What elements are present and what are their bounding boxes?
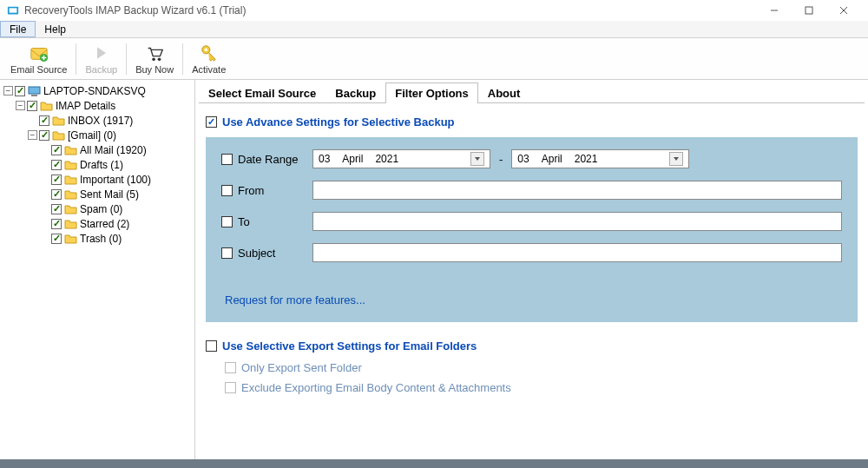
exclude-body-row: Exclude Exporting Email Body Content & A… bbox=[225, 381, 858, 394]
selective-export-checkbox[interactable] bbox=[206, 340, 217, 352]
subject-label: Subject bbox=[238, 247, 275, 260]
tree-gmail[interactable]: −[Gmail] (0) bbox=[2, 128, 193, 142]
tree-label: [Gmail] (0) bbox=[68, 129, 116, 142]
tab-about[interactable]: About bbox=[478, 82, 530, 103]
tab-filter-options[interactable]: Filter Options bbox=[385, 82, 478, 103]
from-checkbox[interactable] bbox=[221, 185, 233, 196]
date-day: 03 bbox=[319, 153, 330, 165]
toolbar-separator bbox=[76, 43, 76, 75]
selective-export-label: Use Selective Export Settings for Email … bbox=[222, 339, 477, 353]
date-range-label: Date Range bbox=[238, 153, 298, 166]
tree-label: Trash (0) bbox=[80, 233, 122, 245]
svg-rect-13 bbox=[31, 95, 37, 96]
tab-select-email-source[interactable]: Select Email Source bbox=[199, 82, 326, 103]
to-checkbox[interactable] bbox=[221, 216, 233, 227]
exclude-body-checkbox[interactable] bbox=[225, 382, 236, 393]
tab-backup[interactable]: Backup bbox=[326, 82, 385, 103]
dropdown-icon[interactable] bbox=[669, 152, 683, 166]
app-icon bbox=[7, 4, 19, 16]
svg-rect-1 bbox=[10, 8, 17, 12]
titlebar: RecoveryTools IMAP Backup Wizard v6.1 (T… bbox=[0, 0, 868, 21]
date-month: April bbox=[342, 153, 363, 165]
date-from-picker[interactable]: 03 April 2021 bbox=[312, 149, 490, 168]
tree-checkbox[interactable] bbox=[51, 219, 62, 229]
collapse-icon[interactable]: − bbox=[3, 86, 13, 96]
svg-rect-12 bbox=[29, 87, 40, 94]
only-sent-checkbox[interactable] bbox=[225, 362, 236, 373]
tree-inbox[interactable]: INBOX (1917) bbox=[2, 113, 193, 128]
minimize-button[interactable] bbox=[757, 0, 792, 21]
status-bar bbox=[0, 459, 868, 468]
date-day: 03 bbox=[517, 153, 529, 165]
tree-label: IMAP Details bbox=[56, 100, 115, 112]
tree-label: Important (100) bbox=[80, 174, 151, 186]
buy-now-button[interactable]: Buy Now bbox=[128, 42, 181, 76]
tree-label: Drafts (1) bbox=[80, 159, 123, 171]
folder-icon bbox=[40, 101, 53, 111]
tree-label: All Mail (1920) bbox=[80, 144, 147, 156]
tab-row: Select Email Source Backup Filter Option… bbox=[199, 82, 865, 103]
tree-spam[interactable]: Spam (0) bbox=[2, 201, 193, 216]
folder-icon bbox=[64, 160, 77, 170]
folder-icon bbox=[64, 145, 77, 155]
to-input[interactable] bbox=[312, 212, 842, 231]
date-range-checkbox[interactable] bbox=[221, 154, 233, 165]
tree-starred[interactable]: Starred (2) bbox=[2, 216, 193, 231]
tree-checkbox[interactable] bbox=[27, 101, 37, 111]
backup-icon bbox=[92, 43, 111, 63]
from-input[interactable] bbox=[312, 181, 842, 200]
date-to-picker[interactable]: 03 April 2021 bbox=[511, 149, 689, 168]
tree-checkbox[interactable] bbox=[51, 189, 62, 200]
maximize-button[interactable] bbox=[792, 0, 826, 21]
from-label: From bbox=[238, 184, 264, 197]
tree-checkbox[interactable] bbox=[51, 204, 62, 214]
request-features-link[interactable]: Request for more features... bbox=[225, 293, 842, 307]
menu-help[interactable]: Help bbox=[36, 21, 75, 37]
email-source-button[interactable]: Email Source bbox=[3, 42, 74, 76]
tree-sent-mail[interactable]: Sent Mail (5) bbox=[2, 187, 193, 201]
activate-button[interactable]: Activate bbox=[185, 42, 233, 76]
tree-checkbox[interactable] bbox=[39, 130, 49, 141]
tree-checkbox[interactable] bbox=[51, 145, 62, 155]
toolbar-separator bbox=[182, 43, 183, 75]
toolbar-separator bbox=[126, 43, 127, 75]
folder-icon bbox=[64, 189, 77, 200]
tree-important[interactable]: Important (100) bbox=[2, 172, 193, 187]
window-controls bbox=[757, 0, 861, 21]
tree-checkbox[interactable] bbox=[51, 175, 62, 185]
menubar: File Help bbox=[0, 21, 868, 38]
tree-label: Starred (2) bbox=[80, 218, 129, 230]
subject-input[interactable] bbox=[312, 243, 842, 262]
only-sent-row: Only Export Sent Folder bbox=[225, 361, 858, 374]
folder-icon bbox=[64, 175, 77, 185]
tab-body-filter-options: Use Advance Settings for Selective Backu… bbox=[199, 103, 865, 406]
advance-settings-checkbox[interactable] bbox=[206, 116, 217, 128]
tree-checkbox[interactable] bbox=[51, 234, 62, 244]
tree-trash[interactable]: Trash (0) bbox=[2, 231, 193, 246]
tree-imap-details[interactable]: − IMAP Details bbox=[2, 98, 193, 113]
tree-all-mail[interactable]: All Mail (1920) bbox=[2, 142, 193, 157]
collapse-icon[interactable]: − bbox=[16, 101, 25, 110]
svg-point-9 bbox=[158, 57, 161, 61]
tree-checkbox[interactable] bbox=[39, 115, 49, 126]
date-range-row: Date Range 03 April 2021 - 03 April 2021 bbox=[221, 149, 842, 168]
menu-file[interactable]: File bbox=[0, 21, 36, 37]
tree-checkbox[interactable] bbox=[15, 86, 25, 96]
backup-button[interactable]: Backup bbox=[78, 42, 124, 76]
tree-root[interactable]: − LAPTOP-SNDAKSVQ bbox=[2, 83, 193, 98]
advance-settings-label: Use Advance Settings for Selective Backu… bbox=[222, 115, 455, 129]
tree-checkbox[interactable] bbox=[51, 160, 62, 170]
advance-settings-check-row: Use Advance Settings for Selective Backu… bbox=[206, 115, 858, 129]
folder-icon bbox=[64, 204, 77, 214]
folder-tree[interactable]: − LAPTOP-SNDAKSVQ − IMAP Details bbox=[0, 80, 195, 459]
backup-label: Backup bbox=[85, 64, 117, 75]
close-button[interactable] bbox=[826, 0, 861, 21]
dropdown-icon[interactable] bbox=[470, 152, 484, 166]
buy-now-label: Buy Now bbox=[135, 64, 174, 75]
from-row: From bbox=[221, 181, 842, 200]
tree-drafts[interactable]: Drafts (1) bbox=[2, 157, 193, 172]
to-label: To bbox=[238, 215, 250, 228]
folder-icon bbox=[52, 115, 65, 126]
collapse-icon[interactable]: − bbox=[28, 130, 37, 140]
subject-checkbox[interactable] bbox=[221, 247, 233, 259]
